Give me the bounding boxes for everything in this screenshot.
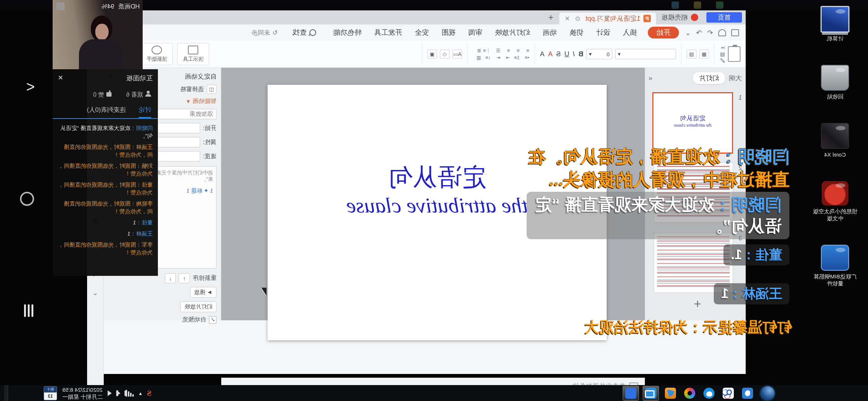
cut-copy-painter-icons[interactable]: ✂▤🖉 — [720, 45, 725, 64]
chat-message-list[interactable]: 闫晓明：欢迎大家来观看直播 “定语从句”。 王涵林：围观时，光临围观你的直播间，… — [53, 121, 158, 286]
taskbar-app-icon — [684, 388, 695, 399]
font-size-combo[interactable]: 0▾ — [586, 49, 612, 59]
strikethrough-button[interactable]: S — [556, 50, 561, 58]
find-label: 查找 — [292, 28, 307, 37]
taskbar-app-icon — [645, 388, 656, 399]
italic-button[interactable]: I — [573, 50, 575, 58]
network-signal-icon[interactable] — [126, 390, 134, 397]
taskbar-app-button[interactable] — [682, 386, 698, 400]
ribbon-tab[interactable]: 审阅 — [468, 28, 482, 37]
panel-expand-chevron[interactable]: < — [26, 78, 35, 95]
presentation-tools-button[interactable]: 演示工具 — [177, 43, 209, 65]
shape-icon[interactable]: ◇ — [440, 50, 450, 59]
fresh-assistant-button[interactable]: 清新助手 — [141, 43, 173, 65]
redo-icon[interactable]: ↷ — [696, 29, 702, 37]
cloud-sync-status[interactable]: ↻ 未同步 — [251, 29, 278, 37]
show-hidden-icons[interactable]: ▴ — [139, 390, 142, 397]
desktop-icon[interactable]: 计算机 — [811, 6, 859, 42]
taskbar-app-button[interactable] — [663, 386, 678, 400]
ribbon-tab[interactable]: 动画 — [543, 28, 557, 37]
alignment-icons[interactable]: ≡≡≡☰⋮≡≣ •≡1≡⇥⇤↕≡▥ — [473, 48, 529, 60]
font-color-button[interactable]: A — [548, 50, 553, 58]
ribbon-tab[interactable]: 安全 — [415, 28, 429, 37]
system-tray: S ▴ 2020/12/24 8:59 二月初十 星期一 初十 13 — [44, 386, 152, 400]
more-panel-icon[interactable]: ⌄ — [92, 288, 98, 297]
docer-template-tab[interactable]: 稻壳模板 — [656, 12, 703, 23]
add-slide-button[interactable]: + — [694, 297, 701, 311]
webcam-video[interactable]: HD画质 94% — [53, 0, 143, 69]
ribbon-tab[interactable]: 设计 — [596, 28, 610, 37]
tab-close-icon[interactable]: ✕ — [564, 15, 570, 23]
select-pane-label[interactable]: 选择窗格 — [180, 86, 204, 93]
layout-icon[interactable]: ▤ — [687, 50, 696, 59]
new-slide-icon[interactable]: ▦ — [699, 50, 709, 59]
collapse-panel-icon[interactable]: « — [649, 74, 652, 82]
font-family-combo[interactable]: ▾ — [615, 49, 676, 59]
chat-overlay-bubble: 董佳：1. — [723, 244, 789, 265]
volume-icon[interactable] — [108, 390, 112, 396]
viewer-icon — [145, 91, 151, 97]
play-icon: ► — [207, 289, 212, 295]
find-button[interactable]: 查找 — [292, 28, 316, 37]
taskbar-app-button[interactable] — [740, 386, 755, 400]
taskbar-app-button[interactable] — [720, 386, 736, 400]
new-tab-button[interactable]: + — [548, 12, 553, 23]
tab-discussion[interactable]: 讨论 — [139, 106, 151, 118]
ribbon-tab[interactable]: 开发工具 — [374, 28, 402, 37]
slide-thumbnail-1[interactable]: 定语从句 the attributive clause — [652, 92, 733, 154]
start-button[interactable] — [761, 386, 775, 400]
desktop-icon-art — [821, 6, 849, 33]
picture-icon[interactable]: ▣ — [427, 50, 437, 59]
fresh-assistant-icon — [152, 46, 162, 54]
document-tab[interactable]: P 1定语从句复习.ppt ⊙ ✕ — [559, 13, 656, 24]
calendar-badge[interactable]: 初十 13 — [44, 386, 57, 400]
paste-icon[interactable] — [728, 46, 741, 62]
quality-percent: 94% — [102, 3, 114, 10]
desktop-icon[interactable]: Corel X4 — [811, 123, 859, 158]
quick-access-toolbar: ↶ ↷ ⌄ — [685, 29, 739, 37]
speed-label: 速度: — [203, 153, 216, 160]
save-icon[interactable] — [731, 29, 739, 36]
home-button[interactable]: 首页 — [706, 12, 742, 23]
interaction-panel-close-icon[interactable]: ✕ — [58, 74, 63, 83]
stream-menu-icon[interactable] — [24, 304, 33, 317]
ribbon-tab[interactable]: 特色功能 — [333, 28, 361, 37]
slideshow-button[interactable]: 幻灯片放映 — [180, 301, 216, 312]
taskbar-app-button[interactable] — [623, 386, 639, 401]
taskbar-clock[interactable]: 2020/12/24 8:59 二月初十 星期一 — [62, 386, 103, 400]
bold-button[interactable]: B — [579, 50, 583, 58]
tab-outline[interactable]: 大纲 — [729, 74, 742, 83]
camera-settings-icon[interactable] — [56, 2, 64, 10]
print-icon[interactable] — [718, 29, 726, 36]
tab-slides-active[interactable]: 幻灯片 — [693, 72, 725, 84]
highlight-button[interactable]: A — [540, 50, 544, 58]
ribbon-tab[interactable]: 切换 — [569, 28, 583, 37]
record-ring-icon[interactable] — [20, 192, 34, 206]
ribbon-tab[interactable]: 幻灯片放映 — [495, 28, 530, 37]
desktop-icon[interactable]: 愤怒的小鸟太空版中文版 — [811, 181, 859, 222]
ribbon-tab[interactable]: 视图 — [441, 28, 455, 37]
slides-group: ▦ ▤ — [681, 44, 714, 64]
insert-shapes-group: A▭ ◇ ▣ — [422, 44, 467, 64]
customize-quick-access-icon[interactable]: ⌄ — [685, 29, 691, 37]
tab-home-active[interactable]: 开始 — [648, 27, 679, 39]
undo-icon[interactable]: ↶ — [707, 29, 713, 37]
desktop-icon[interactable]: 回收站 — [811, 65, 859, 100]
desktop-icon[interactable]: 广联达BIM钢筋算量软件 — [811, 245, 859, 287]
slide-number: 1 — [739, 94, 742, 101]
smart-animation-link[interactable]: 智能动画 — [193, 97, 216, 105]
taskbar-app-button[interactable] — [643, 386, 659, 401]
mirrored-capture: 计算机 回收站 Corel X4 愤怒的小鸟太空版中文版 广联达BIM钢筋算量软… — [0, 0, 868, 401]
taskbar-app-button[interactable] — [701, 386, 717, 400]
play-animation-button[interactable]: ► 播放 — [190, 287, 216, 298]
ribbon-tab[interactable]: 插入 — [623, 28, 637, 37]
tab-pin-icon[interactable]: ⊙ — [575, 15, 580, 23]
reorder-up-button[interactable]: ↑ — [179, 273, 190, 283]
underline-button[interactable]: U — [564, 50, 569, 58]
tab-mic-list[interactable]: 连麦列表(0人) — [87, 106, 126, 118]
reorder-down-button[interactable]: ↓ — [165, 273, 176, 283]
show-desktop-button[interactable] — [4, 385, 8, 401]
sogou-input-icon[interactable]: S — [147, 388, 152, 398]
textbox-icon[interactable]: A▭ — [453, 50, 462, 59]
auto-preview-checkbox[interactable]: ✓ — [209, 316, 216, 324]
